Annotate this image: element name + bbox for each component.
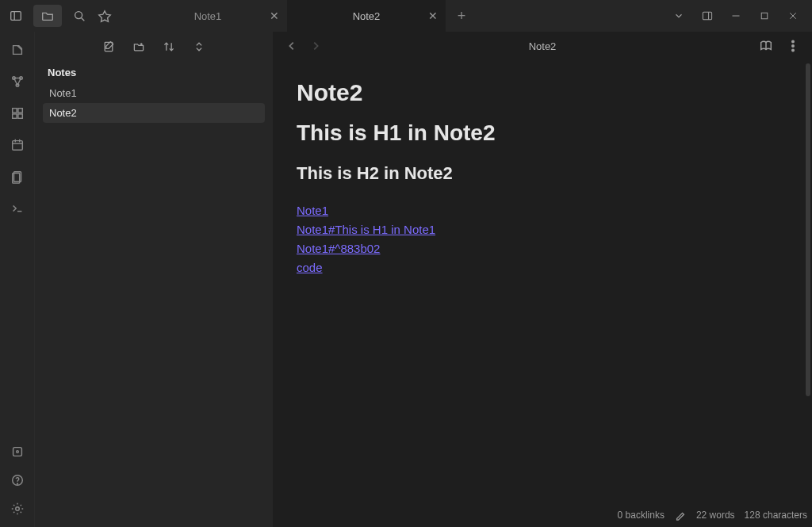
internal-link[interactable]: Note1 bbox=[297, 201, 328, 220]
svg-rect-20 bbox=[17, 114, 21, 118]
editor-header: Note2 bbox=[273, 32, 812, 60]
window-controls bbox=[665, 0, 807, 32]
editor-title[interactable]: Note2 bbox=[529, 40, 557, 52]
settings-icon[interactable] bbox=[9, 500, 26, 517]
tab-note2[interactable]: Note2 ✕ bbox=[287, 0, 446, 32]
reading-view-icon[interactable] bbox=[758, 38, 774, 54]
help-icon[interactable] bbox=[9, 472, 26, 489]
close-icon[interactable]: ✕ bbox=[270, 10, 279, 22]
note-heading-2[interactable]: This is H2 in Note2 bbox=[297, 163, 788, 184]
editor-pane: Note2 Note2 This is H1 in Note2 This is … bbox=[273, 32, 812, 527]
tab-dropdown-icon[interactable] bbox=[665, 4, 693, 28]
file-explorer: Notes Note1 Note2 bbox=[35, 32, 273, 527]
svg-rect-17 bbox=[12, 109, 16, 113]
svg-rect-18 bbox=[17, 109, 21, 113]
edit-mode-icon[interactable] bbox=[674, 509, 687, 521]
svg-rect-0 bbox=[11, 12, 21, 21]
svg-rect-7 bbox=[761, 13, 768, 19]
svg-point-2 bbox=[75, 12, 82, 19]
canvas-icon[interactable] bbox=[9, 105, 26, 122]
close-button[interactable] bbox=[779, 4, 807, 28]
sidebar-toolbar bbox=[35, 32, 273, 62]
tab-bar: Note1 ✕ Note2 ✕ + bbox=[128, 0, 477, 32]
new-folder-icon[interactable] bbox=[132, 40, 146, 54]
graph-icon[interactable] bbox=[9, 73, 26, 90]
scrollbar-thumb[interactable] bbox=[806, 63, 810, 396]
folder-icon[interactable] bbox=[33, 5, 62, 27]
internal-link[interactable]: code bbox=[297, 258, 323, 277]
note-title[interactable]: Note2 bbox=[297, 79, 788, 106]
more-options-icon[interactable] bbox=[785, 38, 801, 54]
statusbar: 0 backlinks 22 words 128 characters bbox=[618, 506, 807, 524]
internal-link[interactable]: Note1#^883b02 bbox=[297, 239, 380, 258]
ribbon bbox=[0, 32, 35, 527]
svg-point-39 bbox=[792, 40, 795, 43]
svg-rect-21 bbox=[12, 141, 22, 151]
search-icon[interactable] bbox=[71, 8, 87, 24]
internal-link[interactable]: Note1#This is H1 in Note1 bbox=[297, 220, 435, 239]
svg-point-32 bbox=[15, 507, 19, 511]
svg-line-16 bbox=[17, 78, 21, 86]
editor-content[interactable]: Note2 This is H1 in Note2 This is H2 in … bbox=[273, 60, 812, 527]
tab-note1[interactable]: Note1 ✕ bbox=[128, 0, 287, 32]
titlebar: Note1 ✕ Note2 ✕ + bbox=[0, 0, 812, 32]
maximize-button[interactable] bbox=[750, 4, 779, 28]
sort-icon[interactable] bbox=[162, 40, 176, 54]
svg-line-3 bbox=[82, 18, 85, 21]
status-chars[interactable]: 128 characters bbox=[745, 510, 807, 521]
bookmark-icon[interactable] bbox=[97, 8, 113, 24]
collapse-icon[interactable] bbox=[192, 40, 206, 54]
svg-point-29 bbox=[16, 451, 18, 453]
quick-switcher-icon[interactable] bbox=[9, 41, 26, 59]
new-tab-button[interactable]: + bbox=[446, 0, 477, 32]
titlebar-left bbox=[0, 5, 113, 27]
svg-rect-19 bbox=[12, 114, 16, 118]
file-item-note2[interactable]: Note2 bbox=[43, 103, 265, 123]
templates-icon[interactable] bbox=[9, 168, 26, 185]
vault-icon[interactable] bbox=[9, 443, 26, 460]
nav-forward-icon bbox=[308, 38, 324, 54]
minimize-button[interactable] bbox=[722, 4, 750, 28]
close-icon[interactable]: ✕ bbox=[428, 10, 438, 22]
daily-note-icon[interactable] bbox=[9, 136, 26, 154]
tab-label: Note1 bbox=[194, 10, 222, 22]
file-list: Note1 Note2 bbox=[35, 83, 273, 123]
file-item-note1[interactable]: Note1 bbox=[43, 83, 265, 103]
svg-point-31 bbox=[17, 483, 17, 484]
nav-back-icon[interactable] bbox=[284, 38, 300, 54]
svg-line-15 bbox=[13, 78, 17, 86]
vault-title[interactable]: Notes bbox=[35, 62, 273, 83]
svg-rect-28 bbox=[13, 448, 21, 456]
svg-point-41 bbox=[792, 49, 795, 52]
svg-rect-4 bbox=[703, 12, 711, 20]
svg-point-40 bbox=[792, 45, 795, 48]
status-backlinks[interactable]: 0 backlinks bbox=[618, 510, 665, 521]
status-words[interactable]: 22 words bbox=[696, 510, 735, 521]
scrollbar[interactable] bbox=[806, 63, 810, 508]
right-sidebar-toggle-icon[interactable] bbox=[693, 4, 722, 28]
note-heading-1[interactable]: This is H1 in Note2 bbox=[297, 120, 788, 146]
ribbon-bottom bbox=[9, 443, 26, 527]
left-sidebar-toggle-icon[interactable] bbox=[8, 8, 24, 24]
editor-header-right bbox=[758, 38, 801, 54]
app-body: Notes Note1 Note2 Note2 bbox=[0, 32, 812, 527]
tab-label: Note2 bbox=[353, 10, 381, 22]
new-note-icon[interactable] bbox=[102, 40, 116, 54]
command-palette-icon[interactable] bbox=[9, 200, 26, 217]
